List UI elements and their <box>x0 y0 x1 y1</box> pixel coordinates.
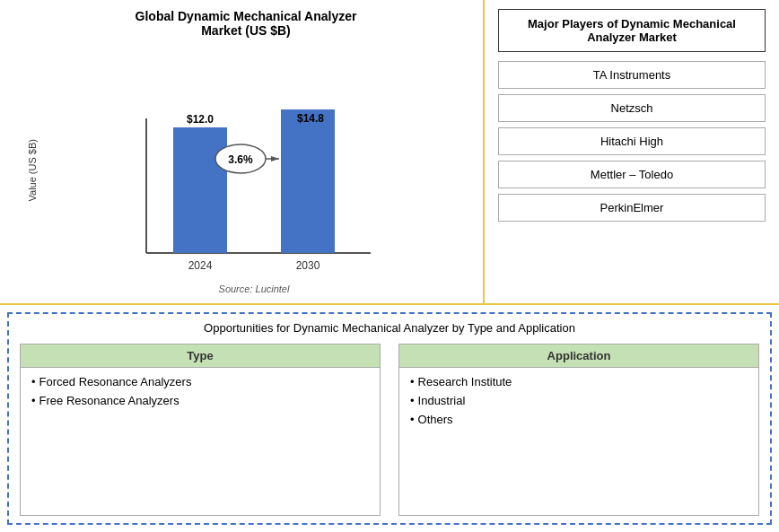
bar-2030 <box>281 109 335 253</box>
bullet-4: • <box>410 394 415 407</box>
application-header: Application <box>399 344 758 368</box>
player-item-1: TA Instruments <box>498 61 766 89</box>
svg-text:$14.8: $14.8 <box>297 112 324 125</box>
application-content: • Research Institute • Industrial • Othe… <box>399 368 758 515</box>
opportunities-title: Opportunities for Dynamic Mechanical Ana… <box>20 321 759 335</box>
svg-text:$12.0: $12.0 <box>187 113 214 126</box>
svg-text:2024: 2024 <box>188 259 213 272</box>
players-title: Major Players of Dynamic Mechanical Anal… <box>498 9 766 52</box>
svg-text:3.6%: 3.6% <box>228 153 253 166</box>
bullet-3: • <box>410 375 415 388</box>
bar-2024 <box>173 127 227 253</box>
y-axis-label: Value (US $B) <box>27 139 38 202</box>
opportunities-section: Opportunities for Dynamic Mechanical Ana… <box>7 312 772 525</box>
chart-area: Global Dynamic Mechanical AnalyzerMarket… <box>0 0 485 303</box>
player-item-5: PerkinElmer <box>498 194 766 222</box>
type-item-1: • Forced Resonance Analyzers <box>31 375 369 388</box>
bullet-1: • <box>31 375 36 388</box>
player-item-2: Netzsch <box>498 94 766 122</box>
app-item-1: • Research Institute <box>410 375 748 388</box>
bullet-2: • <box>31 394 36 407</box>
player-item-4: Mettler – Toledo <box>498 161 766 188</box>
source-text: Source: Lucintel <box>43 283 465 294</box>
type-column: Type • Forced Resonance Analyzers • Free… <box>20 344 381 516</box>
svg-text:2030: 2030 <box>296 259 320 272</box>
bullet-5: • <box>410 413 415 426</box>
player-item-3: Hitachi High <box>498 127 766 155</box>
type-header: Type <box>21 344 380 368</box>
players-panel: Major Players of Dynamic Mechanical Anal… <box>485 0 779 303</box>
application-column: Application • Research Institute • Indus… <box>398 344 759 516</box>
type-item-2: • Free Resonance Analyzers <box>31 394 369 407</box>
app-item-3: • Others <box>410 413 748 426</box>
bar-chart: $12.0 2024 $14.8 2030 3.6% <box>43 109 465 280</box>
app-item-2: • Industrial <box>410 394 748 407</box>
chart-title: Global Dynamic Mechanical AnalyzerMarket… <box>136 9 357 38</box>
type-content: • Forced Resonance Analyzers • Free Reso… <box>21 368 380 515</box>
